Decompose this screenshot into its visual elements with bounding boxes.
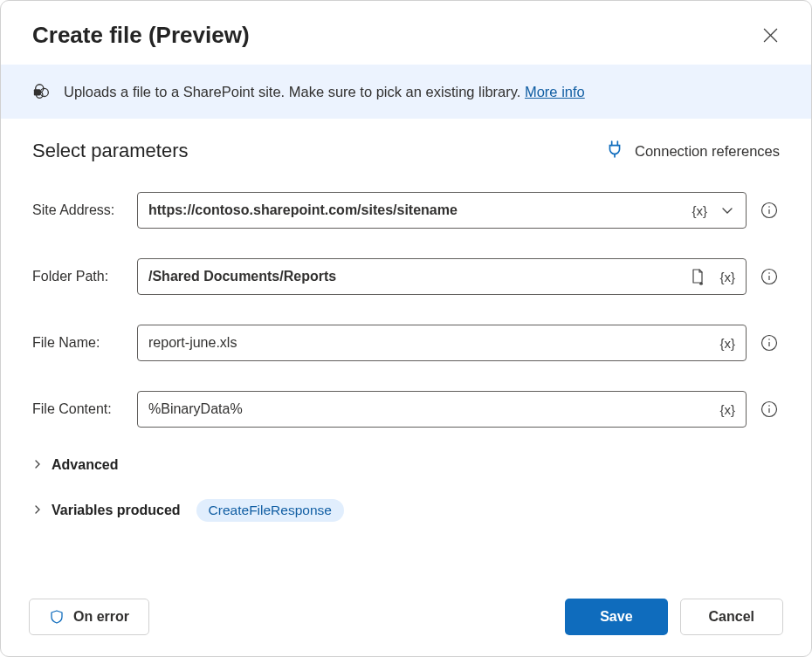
variable-token-button[interactable]: {x}	[690, 202, 709, 219]
field-site-address: Site Address: {x}	[32, 192, 780, 229]
shield-icon	[49, 609, 65, 625]
footer-actions: Save Cancel	[565, 599, 783, 635]
variable-chip[interactable]: CreateFileResponse	[196, 499, 344, 522]
close-icon	[763, 28, 778, 43]
dialog-content: Select parameters Connection references …	[1, 119, 811, 583]
file-content-info[interactable]	[759, 400, 780, 418]
file-content-input[interactable]	[148, 401, 718, 417]
field-folder-path: Folder Path: {x}	[32, 258, 780, 295]
file-content-label: File Content:	[32, 401, 137, 417]
folder-picker-button[interactable]	[686, 265, 709, 288]
sharepoint-icon: S	[32, 82, 52, 101]
site-address-label: Site Address:	[32, 202, 137, 218]
file-content-adornments: {x}	[718, 401, 737, 418]
variables-produced-label: Variables produced	[52, 503, 181, 518]
site-address-input[interactable]	[148, 202, 690, 218]
file-name-input[interactable]	[148, 335, 718, 351]
svg-point-15	[768, 272, 770, 274]
info-icon	[760, 268, 778, 285]
folder-path-label: Folder Path:	[32, 269, 137, 284]
dialog-title: Create file (Preview)	[32, 22, 250, 49]
dialog-footer: On error Save Cancel	[1, 583, 811, 656]
variables-produced-toggle[interactable]: Variables produced CreateFileResponse	[32, 499, 780, 522]
file-name-info[interactable]	[759, 334, 780, 352]
on-error-label: On error	[73, 609, 129, 625]
svg-point-18	[768, 339, 770, 340]
field-file-content: File Content: {x}	[32, 391, 780, 428]
folder-path-adornments: {x}	[686, 265, 737, 288]
field-file-name: File Name: {x}	[32, 325, 780, 361]
cancel-button[interactable]: Cancel	[680, 599, 783, 635]
advanced-toggle[interactable]: Advanced	[32, 457, 780, 473]
parameters-title: Select parameters	[32, 140, 189, 162]
folder-path-input-wrap[interactable]: {x}	[137, 258, 747, 295]
more-info-link[interactable]: More info	[525, 84, 585, 99]
info-icon	[760, 202, 778, 219]
file-content-input-wrap[interactable]: {x}	[137, 391, 747, 428]
banner-description: Uploads a file to a SharePoint site. Mak…	[64, 84, 525, 99]
chevron-right-icon	[32, 503, 43, 518]
file-name-label: File Name:	[32, 335, 137, 351]
close-button[interactable]	[758, 23, 783, 48]
variable-token-button[interactable]: {x}	[718, 335, 737, 352]
folder-path-input[interactable]	[148, 269, 686, 284]
site-address-info[interactable]	[759, 202, 780, 219]
file-name-input-wrap[interactable]: {x}	[137, 325, 747, 361]
chevron-right-icon	[32, 457, 43, 473]
svg-point-21	[768, 405, 770, 407]
file-name-adornments: {x}	[718, 335, 737, 352]
variable-token-button[interactable]: {x}	[718, 401, 737, 418]
connection-references-label: Connection references	[635, 143, 780, 160]
connection-references-button[interactable]: Connection references	[607, 140, 780, 161]
parameters-header: Select parameters Connection references	[32, 140, 780, 162]
save-button[interactable]: Save	[565, 599, 667, 635]
on-error-button[interactable]: On error	[29, 599, 149, 635]
create-file-dialog: Create file (Preview) S Uploads a file t…	[0, 0, 812, 657]
site-address-input-wrap[interactable]: {x}	[137, 192, 747, 229]
variable-token-button[interactable]: {x}	[718, 269, 737, 285]
advanced-label: Advanced	[52, 457, 118, 473]
chevron-down-icon	[720, 203, 734, 217]
info-icon	[760, 334, 778, 352]
file-picker-icon	[689, 268, 706, 285]
plug-icon	[607, 140, 623, 161]
site-address-dropdown-button[interactable]	[718, 201, 737, 220]
svg-text:S: S	[36, 90, 38, 95]
info-banner: S Uploads a file to a SharePoint site. M…	[1, 65, 811, 119]
info-icon	[760, 400, 778, 418]
dialog-header: Create file (Preview)	[1, 1, 811, 65]
site-address-adornments: {x}	[690, 201, 737, 220]
svg-point-12	[768, 206, 770, 208]
folder-path-info[interactable]	[759, 268, 780, 285]
info-banner-text: Uploads a file to a SharePoint site. Mak…	[64, 84, 585, 100]
